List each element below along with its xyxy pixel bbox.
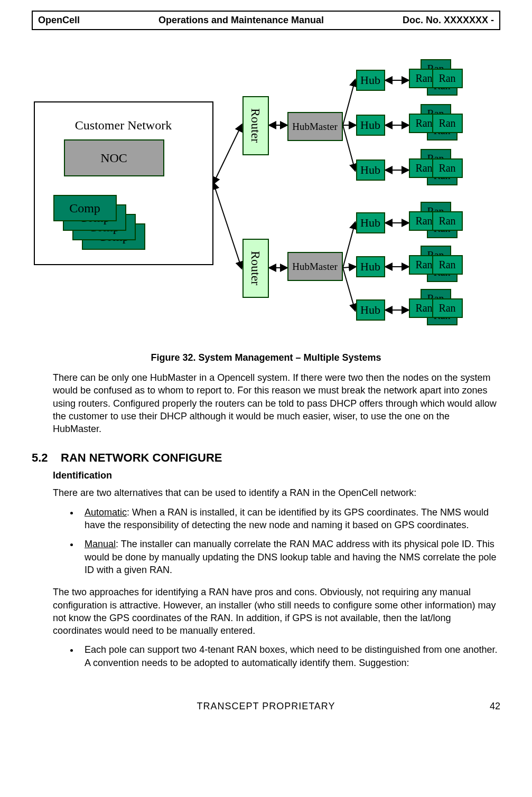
system-diagram: Customer Network NOC Comp Comp Comp Comp… [34, 41, 499, 347]
hub-box: Hub [356, 299, 385, 321]
paragraph-1: There can be only one HubMaster in a Ope… [53, 371, 500, 435]
bullet-pole: Each pole can support two 4-tenant RAN b… [79, 643, 500, 669]
header-center: Operations and Maintenance Manual [158, 15, 324, 26]
hubmaster-box: HubMaster [287, 252, 343, 281]
ran-stack: Ran Ran Ran Ran [409, 289, 464, 329]
section-heading: 5.2 RAN NETWORK CONFIGURE [32, 451, 500, 465]
ran-stack: Ran Ran Ran Ran [409, 149, 464, 189]
svg-line-7 [343, 223, 355, 268]
customer-network-box: Customer Network NOC Comp Comp Comp Comp [34, 101, 213, 265]
paragraph-2: There are two alternatives that can be u… [53, 486, 500, 499]
page-number: 42 [490, 701, 500, 712]
section-number: 5.2 [32, 451, 61, 465]
comp-box: Comp [53, 195, 117, 221]
sub-heading: Identification [53, 470, 500, 481]
hub-box: Hub [356, 70, 385, 91]
customer-network-label: Customer Network [35, 118, 212, 133]
hub-box: Hub [356, 212, 385, 233]
ran-stack: Ran Ran Ran Ran [409, 59, 464, 99]
paragraph-3: The two approaches for identifying a RAN… [53, 586, 500, 637]
svg-line-4 [343, 80, 355, 125]
bullet-manual: Manual: The installer can manually corre… [79, 538, 500, 576]
bullet-list-1: Automatic: When a RAN is installed, it c… [79, 506, 500, 576]
footer-center: TRANSCEPT PROPRIETARY [197, 701, 335, 712]
svg-line-8 [343, 267, 355, 268]
router-box: Router [242, 96, 269, 155]
section-title: RAN NETWORK CONFIGURE [61, 451, 222, 465]
svg-line-9 [343, 268, 355, 310]
hubmaster-box: HubMaster [287, 112, 343, 141]
figure-caption: Figure 32. System Management – Multiple … [32, 352, 500, 363]
svg-line-0 [213, 125, 241, 183]
svg-line-6 [343, 125, 355, 170]
ran-stack: Ran Ran Ran Ran [409, 202, 464, 241]
ran-stack: Ran Ran Ran Ran [409, 246, 464, 285]
comp-stack: Comp Comp Comp Comp [53, 195, 138, 250]
hub-box: Hub [356, 256, 385, 277]
document-footer: TRANSCEPT PROPRIETARY 42 [32, 701, 500, 712]
router-box: Router [242, 239, 269, 298]
bullet-list-2: Each pole can support two 4-tenant RAN b… [79, 643, 500, 669]
ran-stack: Ran Ran Ran Ran [409, 104, 464, 144]
document-header: OpenCell Operations and Maintenance Manu… [32, 11, 500, 30]
noc-box: NOC [64, 139, 164, 176]
bullet-automatic: Automatic: When a RAN is installed, it c… [79, 506, 500, 532]
svg-line-1 [213, 183, 241, 268]
header-right: Doc. No. XXXXXXX - [403, 15, 494, 26]
header-left: OpenCell [38, 15, 80, 26]
hub-box: Hub [356, 115, 385, 136]
hub-box: Hub [356, 160, 385, 181]
